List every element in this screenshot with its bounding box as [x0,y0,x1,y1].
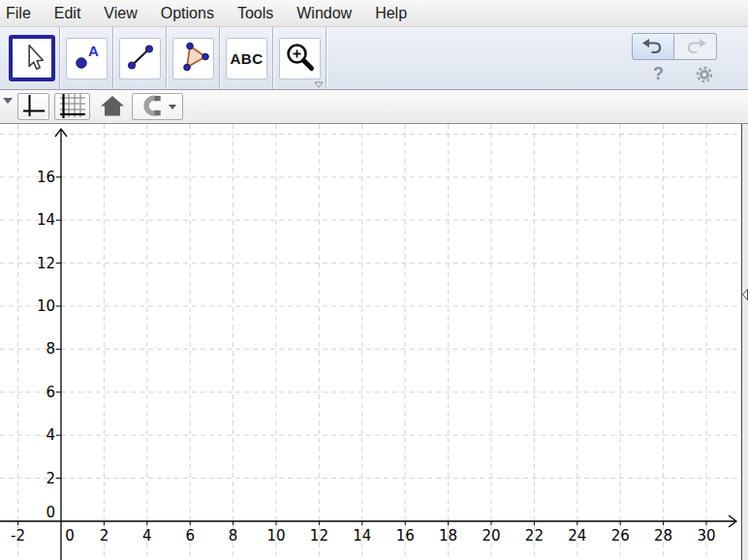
menu-item-view[interactable]: View [92,5,148,22]
menu-item-window[interactable]: Window [285,5,363,22]
svg-text:6: 6 [185,527,195,544]
cursor-arrow-icon [16,41,48,77]
svg-text:22: 22 [525,527,544,544]
gear-icon [695,73,714,87]
standard-view-button[interactable] [98,93,127,120]
toolcell-point: A [60,27,113,89]
zoom-in-tool-button[interactable] [279,38,321,79]
svg-text:-2: -2 [11,527,25,544]
undo-redo-group [632,33,717,60]
graphics-style-bar [0,90,748,124]
redo-button[interactable] [674,33,717,60]
move-tool-button[interactable] [9,35,55,81]
polygon-tool-button[interactable] [172,38,214,79]
svg-text:20: 20 [482,527,500,544]
svg-text:2: 2 [100,527,109,544]
panel-collapse-arrow-icon[interactable] [742,289,748,300]
redo-arrow-icon [683,37,708,57]
grid-icon [58,92,87,122]
help-settings-row: ? [632,60,717,84]
settings-button[interactable] [695,65,714,84]
menu-item-options[interactable]: Options [149,5,226,22]
polygon-icon [178,42,209,76]
svg-text:16: 16 [37,169,55,186]
svg-text:28: 28 [654,527,672,544]
svg-text:12: 12 [37,255,55,272]
svg-text:4: 4 [142,527,152,544]
svg-text:24: 24 [568,527,586,544]
svg-text:8: 8 [46,340,55,358]
svg-text:14: 14 [353,527,371,544]
help-button[interactable]: ? [653,64,664,84]
chevron-down-icon [169,105,176,109]
graphics-view-container: -202468101214161820222426283002468101214… [0,124,748,560]
text-tool-label: ABC [231,50,264,67]
toolbar-right-group: ? [632,33,717,84]
toolcell-zoom [273,27,327,89]
segment-icon [125,42,156,76]
svg-text:6: 6 [46,384,55,401]
magnifier-plus-icon [284,41,317,77]
svg-text:26: 26 [611,527,630,544]
svg-text:2: 2 [46,470,55,487]
point-tool-button[interactable]: A [66,38,108,79]
toolbar: A [0,27,748,90]
geogebra-window: File Edit View Options Tools Window Help [0,0,748,560]
menu-item-tools[interactable]: Tools [226,5,285,22]
svg-text:8: 8 [229,527,238,544]
menu-bar: File Edit View Options Tools Window Help [0,0,748,27]
svg-text:18: 18 [439,527,457,544]
toolcell-segment [113,27,167,89]
svg-text:10: 10 [37,297,55,315]
undo-arrow-icon [640,37,666,57]
svg-text:10: 10 [266,527,285,544]
svg-text:0: 0 [65,527,75,544]
point-icon: A [72,42,103,76]
toolcell-text: ABC [220,27,273,89]
undo-button[interactable] [632,33,674,60]
svg-text:14: 14 [37,211,55,229]
toolcell-move [0,27,60,89]
point-capturing-button[interactable] [132,93,183,120]
stylebar-toggle-arrow-icon[interactable] [3,98,13,104]
show-grid-button[interactable] [54,93,90,120]
svg-text:16: 16 [396,527,415,544]
axes-icon [21,93,47,121]
point-label-letter: A [88,43,99,59]
svg-text:30: 30 [697,527,715,544]
menu-item-file[interactable]: File [2,5,43,22]
show-axes-button[interactable] [17,93,49,120]
home-icon [100,94,125,120]
svg-text:12: 12 [310,527,328,544]
svg-text:4: 4 [46,426,55,444]
magnet-icon [140,94,163,120]
svg-text:0: 0 [46,504,55,521]
toolcell-polygon [167,27,220,89]
graphics-canvas[interactable]: -202468101214161820222426283002468101214… [0,124,742,560]
menu-item-help[interactable]: Help [363,5,419,22]
text-tool-button[interactable]: ABC [226,38,267,79]
right-panel-strip [742,124,748,560]
menu-item-edit[interactable]: Edit [43,5,93,22]
segment-tool-button[interactable] [119,38,161,79]
